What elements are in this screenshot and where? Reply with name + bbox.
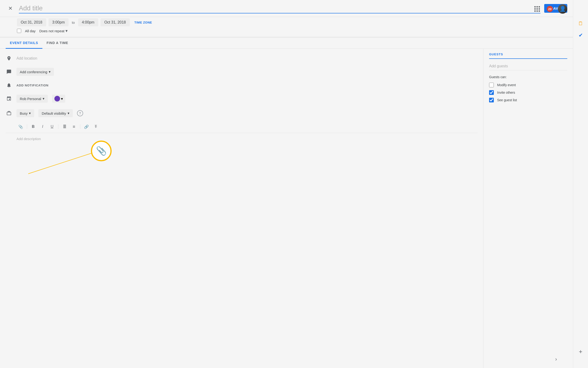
- see-guest-list-checkbox[interactable]: [489, 98, 494, 102]
- repeat-label: Does not repeat: [39, 29, 64, 33]
- notification-row: ADD NOTIFICATION: [6, 79, 478, 91]
- repeat-chevron-icon: ▾: [65, 28, 68, 33]
- location-row: [6, 53, 478, 64]
- user-avatar[interactable]: 👤: [558, 4, 567, 14]
- sidebar-calendar-icon: 🗒: [578, 20, 583, 27]
- repeat-select-wrap[interactable]: Does not repeat ▾: [39, 28, 68, 33]
- link-icon: 🔗: [84, 125, 89, 129]
- visibility-chevron-icon: ▾: [68, 111, 69, 115]
- status-row: Busy ▾ Default visibility ▾ ?: [6, 106, 478, 120]
- calendar-select-button[interactable]: Rob Personal ▾: [17, 95, 48, 103]
- allday-checkbox[interactable]: [17, 29, 21, 33]
- underline-icon: U: [51, 125, 54, 129]
- sidebar-tasks-icon: ✔: [579, 32, 583, 38]
- conferencing-icon: [6, 69, 12, 74]
- location-input[interactable]: [17, 56, 478, 61]
- modify-event-label: Modify event: [497, 83, 516, 87]
- conferencing-chevron-icon: ▾: [49, 70, 51, 74]
- start-time-button[interactable]: 3:00pm: [48, 18, 69, 26]
- conferencing-wrap: Add conferencing ▾: [17, 68, 54, 76]
- tab-find-a-time[interactable]: FIND A TIME: [42, 38, 73, 49]
- end-time-button[interactable]: 4:00pm: [78, 18, 98, 26]
- notification-icon: [6, 83, 12, 88]
- end-date-button[interactable]: Oct 31, 2018: [101, 18, 130, 26]
- tabs-row: EVENT DETAILS FIND A TIME: [0, 38, 573, 49]
- underline-toolbar-button[interactable]: U: [48, 122, 56, 131]
- modify-event-checkbox[interactable]: [489, 83, 494, 87]
- ordered-list-icon: ≣: [63, 124, 66, 129]
- calendar-icon: [6, 96, 12, 101]
- calendar-chevron-icon: ▾: [43, 97, 45, 101]
- attachment-icon: 📎: [18, 125, 23, 129]
- calendar-color-dot: [55, 96, 60, 101]
- status-chevron-icon: ▾: [29, 111, 31, 115]
- allday-label[interactable]: All day: [25, 29, 36, 33]
- briefcase-icon: [6, 111, 12, 116]
- permission-guest-list-row: See guest list: [489, 96, 567, 104]
- description-toolbar: 📎 B I U ≣: [6, 120, 478, 133]
- toolbar-divider: [27, 124, 27, 129]
- status-select-button[interactable]: Busy ▾: [17, 109, 34, 117]
- expand-icon[interactable]: ›: [555, 356, 557, 362]
- grid-icon: [534, 6, 540, 12]
- bold-toolbar-button[interactable]: B: [29, 122, 37, 131]
- sidebar-tasks-icon-button[interactable]: ✔: [576, 31, 585, 40]
- guests-can-label: Guests can:: [489, 75, 567, 79]
- conferencing-select-button[interactable]: Add conferencing ▾: [17, 68, 54, 76]
- italic-icon: I: [42, 125, 43, 129]
- help-icon[interactable]: ?: [77, 110, 83, 116]
- see-guest-list-label: See guest list: [497, 98, 517, 102]
- description-placeholder: Add description: [17, 137, 41, 141]
- attachment-toolbar-button[interactable]: 📎: [17, 122, 25, 131]
- location-icon: [6, 56, 12, 61]
- invite-others-label: Invite others: [497, 91, 515, 94]
- visibility-select-button[interactable]: Default visibility ▾: [38, 109, 73, 117]
- color-chevron-icon: ▾: [61, 97, 63, 101]
- top-bar-icons: 20 👤: [533, 4, 567, 14]
- notification-badge[interactable]: 20: [545, 4, 555, 14]
- calendar-row: Rob Personal ▾ ▾: [6, 91, 478, 106]
- left-panel: Add conferencing ▾ ADD NOTIFICATION: [0, 49, 483, 368]
- add-icon: +: [579, 348, 582, 355]
- color-select-button[interactable]: ▾: [52, 95, 65, 103]
- italic-toolbar-button[interactable]: I: [38, 122, 47, 131]
- bold-icon: B: [32, 125, 35, 129]
- description-area[interactable]: Add description: [6, 134, 478, 162]
- invite-others-checkbox[interactable]: [489, 90, 494, 95]
- remove-format-button[interactable]: T: [92, 122, 100, 131]
- guests-section-title: GUESTS: [489, 53, 567, 59]
- tab-event-details[interactable]: EVENT DETAILS: [6, 38, 42, 49]
- remove-format-icon: T: [95, 125, 97, 129]
- bullet-list-button[interactable]: ≡: [70, 122, 78, 131]
- conferencing-row: Add conferencing ▾: [6, 64, 478, 79]
- sidebar-add-button[interactable]: +: [576, 347, 585, 356]
- event-title-input[interactable]: [19, 4, 541, 13]
- permission-modify-row: Modify event: [489, 81, 567, 89]
- sidebar-calendar-icon-button[interactable]: 🗒: [576, 19, 585, 28]
- close-icon: ✕: [8, 5, 12, 11]
- toolbar-divider-2: [58, 124, 58, 129]
- options-row: All day Does not repeat ▾: [0, 28, 573, 36]
- start-date-button[interactable]: Oct 31, 2018: [17, 18, 46, 26]
- notification-label[interactable]: ADD NOTIFICATION: [17, 83, 48, 87]
- toolbar-divider-3: [80, 124, 80, 129]
- datetime-row: Oct 31, 2018 3:00pm to 4:00pm Oct 31, 20…: [0, 17, 573, 28]
- timezone-button[interactable]: TIME ZONE: [132, 19, 155, 26]
- link-toolbar-button[interactable]: 🔗: [82, 122, 91, 131]
- apps-button[interactable]: [533, 4, 542, 14]
- permission-invite-row: Invite others: [489, 89, 567, 96]
- close-button[interactable]: ✕: [6, 4, 15, 13]
- to-label: to: [71, 20, 76, 25]
- bullet-list-icon: ≡: [73, 124, 75, 129]
- guests-panel: GUESTS Guests can: Modify event Invite o…: [483, 49, 573, 368]
- ordered-list-button[interactable]: ≣: [60, 122, 69, 131]
- guests-input[interactable]: [489, 62, 567, 70]
